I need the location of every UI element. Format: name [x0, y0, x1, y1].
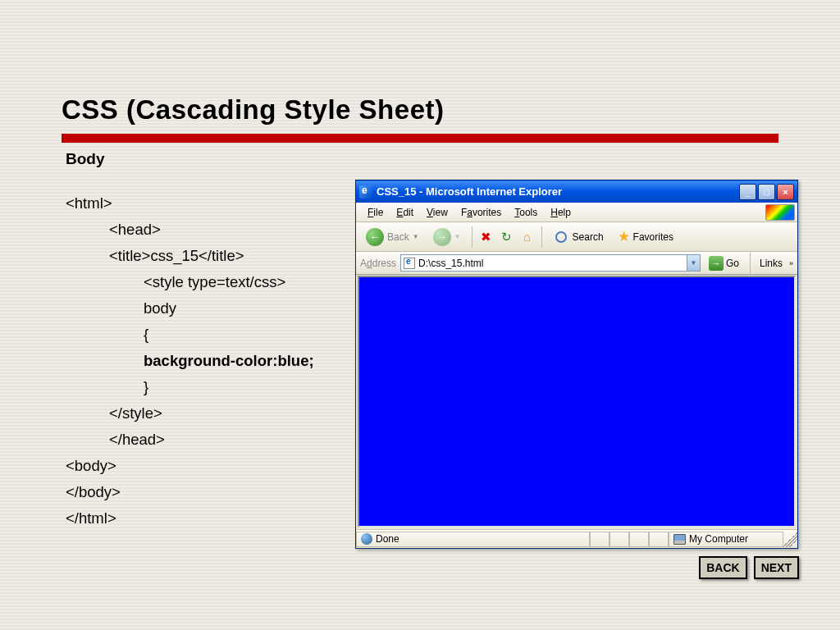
code-line: </head> [66, 427, 314, 453]
status-pane [629, 532, 649, 547]
close-button[interactable]: × [777, 184, 794, 200]
minimize-button[interactable]: _ [739, 184, 756, 200]
ie-titlebar[interactable]: CSS_15 - Microsoft Internet Explorer _ □… [356, 180, 797, 203]
back-slide-button[interactable]: BACK [699, 556, 746, 579]
status-zone-label: My Computer [689, 533, 748, 545]
ie-addressbar: Address D:\css_15.html ▼ → Go Links » [356, 252, 797, 275]
go-arrow-icon: → [709, 256, 724, 271]
done-icon [361, 533, 372, 545]
menu-view[interactable]: View [420, 205, 454, 220]
code-line: </style> [66, 400, 314, 427]
favorites-label: Favorites [633, 231, 673, 243]
status-pane [649, 532, 669, 547]
menu-favorites[interactable]: Favorites [454, 205, 508, 220]
windows-logo-icon [765, 204, 795, 221]
my-computer-icon [673, 534, 686, 545]
status-pane [590, 532, 609, 547]
menu-edit[interactable]: Edit [390, 205, 420, 220]
status-text: Done [356, 532, 590, 547]
toolbar-separator [541, 226, 542, 248]
dropdown-icon: ▼ [454, 233, 461, 240]
next-slide-button[interactable]: NEXT [754, 556, 799, 579]
code-line: </html> [66, 505, 314, 532]
links-button[interactable]: Links [757, 258, 785, 269]
search-icon [553, 229, 569, 245]
code-line: <style type=text/css> [66, 269, 314, 295]
back-button[interactable]: ← Back ▼ [360, 225, 425, 249]
back-label: Back [387, 231, 409, 243]
ie-toolbar: ← Back ▼ → ▼ ✖ ↻ ⌂ Search ★ Favorites [356, 222, 797, 252]
dropdown-icon: ▼ [413, 233, 419, 240]
slide-nav: BACK NEXT [699, 556, 799, 579]
resize-grip-icon[interactable] [783, 532, 797, 547]
code-line: <title>css_15</title> [66, 243, 314, 269]
search-button[interactable]: Search [547, 226, 609, 249]
forward-arrow-icon: → [433, 228, 451, 246]
toolbar-separator [750, 253, 751, 274]
status-done-label: Done [376, 533, 399, 545]
code-line: { [66, 322, 314, 348]
page-icon [404, 258, 415, 269]
ie-statusbar: Done My Computer [356, 529, 797, 548]
code-line-highlighted: background-color:blue; [66, 348, 314, 374]
home-button[interactable]: ⌂ [518, 228, 536, 246]
search-label: Search [573, 231, 604, 243]
toolbar-separator [472, 226, 472, 248]
title-underline [62, 134, 778, 143]
favorites-button[interactable]: ★ Favorites [612, 225, 679, 249]
code-line: <body> [66, 453, 314, 479]
stop-button[interactable]: ✖ [477, 228, 495, 246]
forward-button[interactable]: → ▼ [427, 225, 467, 249]
menu-file[interactable]: File [361, 205, 390, 220]
address-dropdown-icon[interactable]: ▼ [687, 255, 700, 271]
maximize-button[interactable]: □ [758, 184, 775, 200]
status-zone: My Computer [669, 532, 783, 547]
address-value: D:\css_15.html [418, 258, 483, 269]
address-input[interactable]: D:\css_15.html ▼ [400, 254, 701, 272]
code-line: } [66, 374, 314, 400]
ie-window-title: CSS_15 - Microsoft Internet Explorer [377, 185, 739, 198]
code-line: </body> [66, 479, 314, 505]
code-line: <html> [66, 190, 314, 217]
menu-help[interactable]: Help [544, 205, 578, 220]
code-example: <html> <head> <title>css_15</title> <sty… [66, 190, 314, 532]
links-chevron-icon[interactable]: » [789, 259, 793, 267]
go-button[interactable]: → Go [705, 254, 743, 272]
refresh-button[interactable]: ↻ [498, 228, 516, 246]
status-pane [609, 532, 629, 547]
back-arrow-icon: ← [366, 228, 384, 246]
go-label: Go [726, 258, 739, 269]
slide-subtitle: Body [66, 150, 105, 168]
ie-menubar: File Edit View Favorites Tools Help [356, 203, 797, 222]
ie-icon [359, 185, 372, 199]
slide-title: CSS (Cascading Style Sheet) [62, 94, 444, 126]
star-icon: ★ [618, 228, 630, 245]
code-line: body [66, 295, 314, 322]
ie-browser-window: CSS_15 - Microsoft Internet Explorer _ □… [355, 180, 798, 549]
address-label: Address [360, 258, 396, 269]
code-line: <head> [66, 217, 314, 243]
ie-content-area [358, 276, 796, 527]
menu-tools[interactable]: Tools [508, 205, 544, 220]
